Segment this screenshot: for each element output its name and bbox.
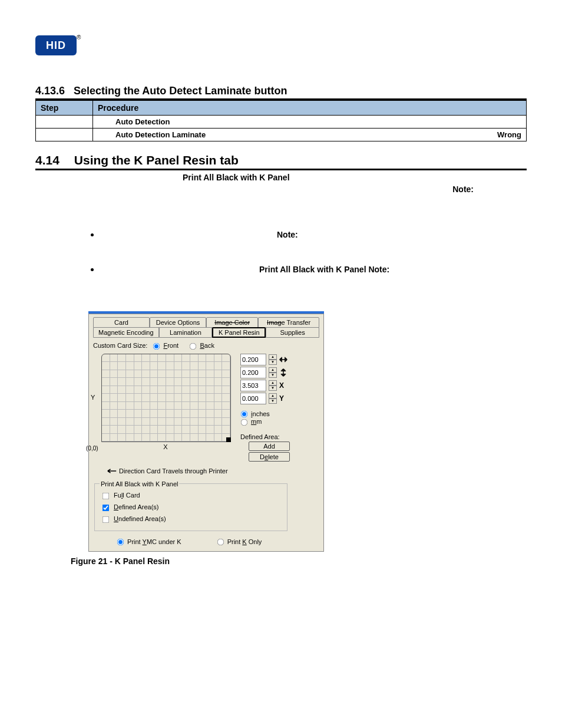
height-input[interactable]: 0.200	[240, 367, 266, 378]
tab-supplies[interactable]: Supplies	[266, 327, 319, 338]
tab-row-1: Card Device Options Image Color Image Tr…	[93, 317, 319, 328]
proc-text-left: Auto Detection Laminate	[98, 130, 206, 139]
subtitle-text: Print All Black with K Panel	[183, 173, 290, 182]
figure-21: Card Device Options Image Color Image Tr…	[88, 311, 527, 552]
section-4-14-heading: 4.14 Using the K Panel Resin tab	[35, 153, 527, 170]
tab-lamination[interactable]: Lamination	[159, 327, 213, 338]
tab-row-2: Magnetic Encoding Lamination K Panel Res…	[93, 327, 319, 338]
mm-radio[interactable]	[241, 419, 248, 426]
width-spinner-row: 0.200 ▲▼	[240, 354, 290, 365]
section-number: 4.13.6	[35, 85, 71, 97]
group-legend: Print All Black with K Panel	[100, 480, 179, 487]
width-input[interactable]: 0.200	[240, 354, 266, 365]
inches-radio-label: inches	[251, 410, 270, 417]
y-stepper[interactable]: ▲▼	[269, 393, 277, 404]
table-header-row: Step Procedure	[36, 101, 527, 116]
section-4-13-6-heading: 4.13.6 Selecting the Auto Detect Laminat…	[35, 85, 527, 100]
table-row: Auto Detection Laminate Wrong	[36, 129, 527, 141]
step-cell	[36, 116, 93, 129]
note-label-right: Note:	[35, 185, 527, 194]
back-radio-label: Back	[200, 342, 214, 349]
full-card-label: Full Card	[114, 492, 140, 499]
height-icon	[279, 368, 287, 377]
header-step: Step	[36, 101, 93, 116]
defined-area-label: Defined Area:	[240, 433, 290, 440]
x-label: X	[279, 381, 290, 390]
section-number: 4.14	[35, 153, 71, 167]
front-radio-label: Front	[163, 342, 178, 349]
tab-k-panel-resin[interactable]: K Panel Resin	[212, 327, 266, 338]
unit-radio-group: inches mm	[240, 410, 290, 426]
section-title: Selecting the Auto Detect Laminate butto…	[74, 85, 287, 97]
grid-canvas[interactable]	[101, 354, 231, 442]
x-spinner-row: 3.503 ▲▼ X	[240, 380, 290, 391]
arrow-left-icon	[107, 468, 117, 474]
logo-box: HID	[35, 35, 77, 55]
tab-device-options[interactable]: Device Options	[150, 317, 206, 328]
grid-preview: Y (0,0) X	[93, 354, 234, 450]
y-input[interactable]: 0.000	[240, 393, 266, 404]
section-title: Using the K Panel Resin tab	[74, 153, 239, 167]
origin-label: (0,0)	[86, 445, 98, 452]
defined-area-block: Defined Area: Add Delete	[240, 433, 290, 462]
full-card-checkbox[interactable]	[103, 492, 110, 499]
x-input[interactable]: 3.503	[240, 380, 266, 391]
procedure-cell: Auto Detection	[93, 116, 527, 129]
table-row: Auto Detection	[36, 116, 527, 129]
header-procedure: Procedure	[93, 101, 527, 116]
mm-radio-label: mm	[251, 418, 262, 425]
proc-text-right: Wrong	[497, 130, 521, 139]
custom-card-size-row: Custom Card Size: Front Back	[93, 342, 319, 350]
custom-label: Custom Card Size:	[93, 342, 147, 349]
logo-text: HID	[46, 39, 66, 52]
bullet2-text: Print All Black with K Panel Note:	[259, 265, 389, 274]
inches-radio[interactable]	[241, 411, 248, 418]
undefined-areas-checkbox[interactable]	[103, 516, 110, 523]
bullet-list: Note: Print All Black with K Panel Note:	[35, 206, 527, 294]
print-ymc-radio[interactable]	[117, 539, 124, 546]
tab-magnetic-encoding[interactable]: Magnetic Encoding	[93, 327, 159, 338]
list-item: Note:	[100, 206, 527, 257]
tab-image-color[interactable]: Image Color	[206, 317, 258, 328]
back-radio[interactable]	[190, 342, 197, 350]
defined-areas-label: Defined Area(s)	[114, 503, 158, 510]
width-icon	[279, 355, 287, 364]
proc-text: Auto Detection	[98, 117, 521, 126]
x-stepper[interactable]: ▲▼	[269, 380, 277, 391]
registered-mark: ®	[77, 34, 81, 41]
procedure-table: Step Procedure Auto Detection Auto Detec…	[35, 100, 527, 141]
undefined-areas-label: Undefined Area(s)	[114, 515, 166, 522]
width-stepper[interactable]: ▲▼	[269, 354, 277, 365]
y-spinner-row: 0.000 ▲▼ Y	[240, 393, 290, 404]
delete-button[interactable]: Delete	[249, 452, 290, 462]
height-stepper[interactable]: ▲▼	[269, 367, 277, 378]
figure-caption: Figure 21 - K Panel Resin	[71, 556, 527, 566]
add-button[interactable]: Add	[249, 442, 290, 451]
y-label: Y	[279, 394, 290, 403]
tab-image-transfer[interactable]: Image Transfer	[258, 317, 319, 328]
tab-card[interactable]: Card	[93, 317, 150, 328]
list-item: Print All Black with K Panel Note:	[100, 264, 527, 294]
note-label-inline: Note:	[277, 230, 527, 239]
spinner-column: 0.200 ▲▼ 0.200 ▲▼	[240, 354, 290, 462]
defined-areas-checkbox[interactable]	[103, 504, 110, 511]
step-cell	[36, 129, 93, 141]
print-all-black-group: Print All Black with K Panel Full Card D…	[94, 480, 287, 531]
height-spinner-row: 0.200 ▲▼	[240, 367, 290, 378]
bottom-radio-row: Print YMC under K Print K Only	[93, 538, 319, 546]
direction-text: Direction Card Travels through Printer	[119, 467, 228, 475]
x-axis-label: X	[101, 443, 230, 450]
procedure-cell: Auto Detection Laminate Wrong	[93, 129, 527, 141]
brand-logo: HID ®	[35, 35, 527, 55]
print-k-only-radio[interactable]	[217, 539, 224, 546]
direction-row: Direction Card Travels through Printer	[107, 467, 319, 475]
print-k-only-label: Print K Only	[227, 538, 262, 545]
grid-handle[interactable]	[226, 437, 231, 442]
dialog-window: Card Device Options Image Color Image Tr…	[88, 311, 324, 552]
print-ymc-label: Print YMC under K	[127, 538, 181, 545]
front-radio[interactable]	[153, 342, 160, 350]
y-axis-label: Y	[91, 394, 95, 401]
